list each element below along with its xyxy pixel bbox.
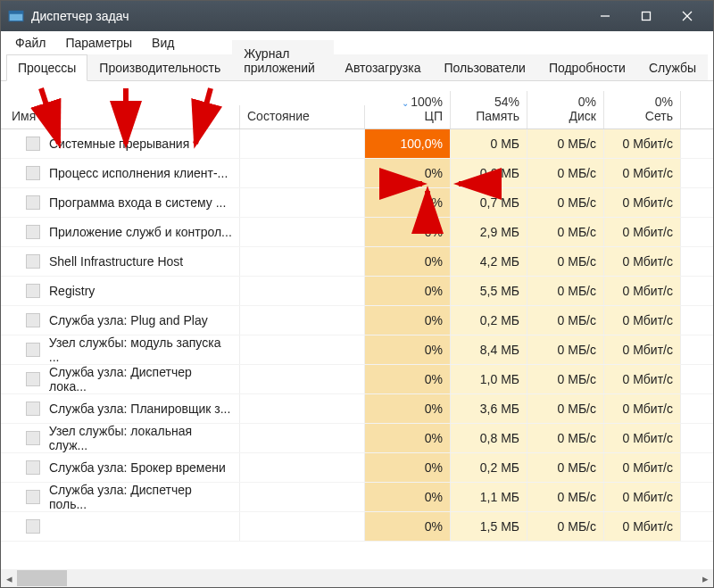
tab-1[interactable]: Производительность bbox=[87, 54, 232, 80]
process-icon bbox=[26, 137, 40, 151]
col-mem[interactable]: 54% Память bbox=[451, 91, 527, 128]
process-name-cell: Служба узла: Диспетчер лока... bbox=[1, 365, 240, 393]
process-mem-cell: 0,2 МБ bbox=[451, 453, 527, 482]
process-disk-cell: 0 МБ/с bbox=[527, 335, 604, 364]
process-net-cell: 0 Мбит/с bbox=[604, 483, 681, 511]
process-status-cell bbox=[240, 247, 365, 276]
process-icon bbox=[26, 254, 40, 269]
process-cpu-cell: 0% bbox=[365, 394, 451, 423]
menu-options[interactable]: Параметры bbox=[56, 33, 141, 53]
process-disk-cell: 0 МБ/с bbox=[527, 483, 604, 511]
process-name: Программа входа в систему ... bbox=[49, 195, 226, 210]
scroll-track[interactable] bbox=[17, 570, 697, 586]
process-mem-cell: 8,4 МБ bbox=[451, 335, 527, 364]
process-net-cell: 0 Мбит/с bbox=[604, 277, 681, 305]
col-net[interactable]: 0% Сеть bbox=[604, 91, 681, 128]
process-status-cell bbox=[240, 424, 365, 452]
col-mem-pct: 54% bbox=[494, 95, 519, 109]
tab-3[interactable]: Автозагрузка bbox=[334, 54, 433, 80]
process-name-cell: Приложение служб и контрол... bbox=[1, 218, 240, 246]
table-row[interactable]: Узел службы: модуль запуска ...0%8,4 МБ0… bbox=[1, 335, 713, 365]
table-row[interactable]: Shell Infrastructure Host0%4,2 МБ0 МБ/с0… bbox=[1, 247, 713, 277]
process-net-cell: 0 Мбит/с bbox=[604, 453, 681, 482]
process-status-cell bbox=[240, 453, 365, 482]
process-mem-cell: 0,2 МБ bbox=[451, 306, 527, 335]
process-name-cell: Shell Infrastructure Host bbox=[1, 247, 240, 276]
scroll-thumb[interactable] bbox=[17, 570, 67, 586]
process-disk-cell: 0 МБ/с bbox=[527, 218, 604, 246]
process-icon bbox=[26, 431, 40, 445]
process-disk-cell: 0 МБ/с bbox=[527, 365, 604, 393]
menu-file[interactable]: Файл bbox=[6, 33, 54, 53]
process-mem-cell: 0 МБ bbox=[451, 129, 527, 158]
process-status-cell bbox=[240, 277, 365, 305]
process-mem-cell: 0,6 МБ bbox=[451, 159, 527, 187]
menu-view[interactable]: Вид bbox=[143, 33, 183, 53]
table-row[interactable]: Программа входа в систему ...0%0,7 МБ0 М… bbox=[1, 188, 713, 218]
tab-4[interactable]: Пользователи bbox=[433, 54, 537, 80]
table-row[interactable]: Процесс исполнения клиент-...0%0,6 МБ0 М… bbox=[1, 159, 713, 188]
col-mem-label: Память bbox=[476, 109, 519, 123]
col-cpu[interactable]: ⌄100% ЦП bbox=[365, 91, 451, 128]
scroll-left-button[interactable]: ◂ bbox=[1, 570, 17, 586]
process-name-cell: Системные прерывания bbox=[1, 129, 240, 158]
process-mem-cell: 1,1 МБ bbox=[451, 483, 527, 511]
col-name[interactable]: Имя bbox=[1, 105, 240, 128]
col-net-pct: 0% bbox=[655, 95, 673, 109]
process-name-cell: Узел службы: модуль запуска ... bbox=[1, 335, 240, 364]
process-name-cell: Registry bbox=[1, 277, 240, 305]
process-cpu-cell: 0% bbox=[365, 483, 451, 511]
table-row[interactable]: Служба узла: Диспетчер поль...0%1,1 МБ0 … bbox=[1, 483, 713, 512]
process-mem-cell: 4,2 МБ bbox=[451, 247, 527, 276]
process-cpu-cell: 0% bbox=[365, 335, 451, 364]
process-disk-cell: 0 МБ/с bbox=[527, 306, 604, 335]
table-row[interactable]: Служба узла: Планировщик з...0%3,6 МБ0 М… bbox=[1, 394, 713, 424]
table-row[interactable]: Служба узла: Plug and Play0%0,2 МБ0 МБ/с… bbox=[1, 306, 713, 335]
window-title: Диспетчер задач bbox=[31, 9, 585, 23]
tab-5[interactable]: Подробности bbox=[537, 54, 637, 80]
process-icon bbox=[26, 313, 40, 327]
table-row[interactable]: Registry0%5,5 МБ0 МБ/с0 Мбит/с bbox=[1, 277, 713, 306]
process-net-cell: 0 Мбит/с bbox=[604, 512, 681, 541]
table-row[interactable]: Приложение служб и контрол...0%2,9 МБ0 М… bbox=[1, 218, 713, 247]
process-disk-cell: 0 МБ/с bbox=[527, 453, 604, 482]
process-disk-cell: 0 МБ/с bbox=[527, 159, 604, 187]
process-status-cell bbox=[240, 483, 365, 511]
process-net-cell: 0 Мбит/с bbox=[604, 424, 681, 452]
close-button[interactable] bbox=[667, 1, 708, 31]
process-cpu-cell: 0% bbox=[365, 512, 451, 541]
col-disk-pct: 0% bbox=[578, 95, 596, 109]
process-name: Служба узла: Брокер времени bbox=[49, 460, 226, 475]
table-row[interactable]: Узел службы: локальная служ...0%0,8 МБ0 … bbox=[1, 424, 713, 453]
scroll-right-button[interactable]: ▸ bbox=[697, 570, 713, 586]
process-disk-cell: 0 МБ/с bbox=[527, 424, 604, 452]
process-name: Служба узла: Plug and Play bbox=[49, 313, 208, 327]
process-disk-cell: 0 МБ/с bbox=[527, 394, 604, 423]
titlebar[interactable]: Диспетчер задач bbox=[1, 1, 713, 31]
process-name-cell: Служба узла: Планировщик з... bbox=[1, 394, 240, 423]
process-name-cell: Узел службы: локальная служ... bbox=[1, 424, 240, 452]
minimize-button[interactable] bbox=[585, 1, 626, 31]
tabstrip: ПроцессыПроизводительностьЖурнал приложе… bbox=[1, 54, 713, 81]
col-status[interactable]: Состояние bbox=[240, 105, 365, 128]
maximize-button[interactable] bbox=[626, 1, 667, 31]
process-icon bbox=[26, 402, 40, 416]
process-icon bbox=[26, 343, 40, 357]
tab-6[interactable]: Службы bbox=[637, 54, 708, 80]
horizontal-scrollbar[interactable]: ◂ ▸ bbox=[1, 569, 713, 587]
table-row[interactable]: Служба узла: Брокер времени0%0,2 МБ0 МБ/… bbox=[1, 453, 713, 483]
process-status-cell bbox=[240, 218, 365, 246]
tab-0[interactable]: Процессы bbox=[6, 54, 87, 81]
table-row[interactable]: Системные прерывания100,0%0 МБ0 МБ/с0 Мб… bbox=[1, 129, 713, 159]
col-cpu-label: ЦП bbox=[425, 109, 443, 123]
process-list[interactable]: Системные прерывания100,0%0 МБ0 МБ/с0 Мб… bbox=[1, 129, 713, 571]
col-disk[interactable]: 0% Диск bbox=[527, 91, 604, 128]
process-cpu-cell: 0% bbox=[365, 453, 451, 482]
col-cpu-pct: 100% bbox=[411, 95, 443, 109]
tab-2[interactable]: Журнал приложений bbox=[232, 40, 333, 80]
column-headers: Имя Состояние ⌄100% ЦП 54% Память 0% Дис… bbox=[1, 81, 713, 129]
process-net-cell: 0 Мбит/с bbox=[604, 218, 681, 246]
process-status-cell bbox=[240, 512, 365, 541]
table-row[interactable]: 0%1,5 МБ0 МБ/с0 Мбит/с bbox=[1, 512, 713, 542]
table-row[interactable]: Служба узла: Диспетчер лока...0%1,0 МБ0 … bbox=[1, 365, 713, 394]
